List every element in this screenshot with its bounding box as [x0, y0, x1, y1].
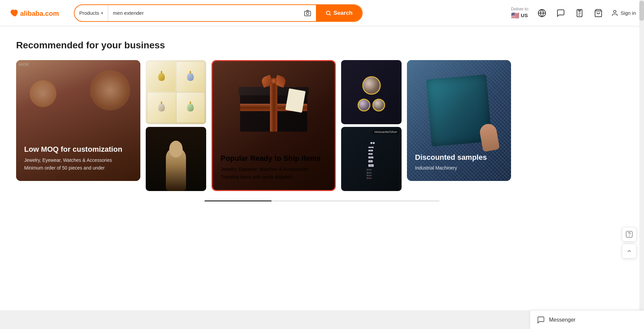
svg-point-7: [613, 10, 616, 12]
photo-circle-2: [358, 99, 370, 111]
card-discounted-content: Discounted samples Industrial Machinery: [415, 153, 503, 173]
page-scrollbar[interactable]: [639, 0, 644, 329]
photo-necklace-panel: HUOR: [341, 60, 402, 124]
svg-point-2: [307, 12, 309, 14]
photo-circle-1: [362, 76, 381, 95]
cards-row: Low MOQ for customization Jewelry, Eyewe…: [16, 60, 628, 191]
messenger-bar[interactable]: Messenger: [530, 310, 644, 329]
category-label: Products: [79, 10, 99, 16]
orders-button[interactable]: [573, 7, 586, 19]
card-popular-inner: Popular Ready to Ship items Jewelry, Eye…: [213, 61, 335, 190]
sign-in-button[interactable]: Sign in: [611, 9, 636, 17]
messenger-label: Messenger: [549, 317, 576, 323]
messenger-bar-icon: [537, 316, 545, 324]
scroll-line: [204, 200, 440, 201]
search-button[interactable]: Search: [316, 5, 362, 21]
search-category-dropdown[interactable]: Products ▾: [75, 5, 108, 21]
chain-beads-row: [368, 142, 375, 144]
deliver-to[interactable]: Deliver to: 🇺🇸 US: [511, 7, 529, 19]
card-popular-subtitle: Jewelry, Eyewear, Watches & Accessories: [221, 166, 327, 173]
svg-point-3: [326, 11, 330, 15]
search-input[interactable]: [108, 5, 299, 21]
moissanite-panel: Moissanite/Silver: [341, 127, 402, 191]
chain-row-1: [368, 142, 375, 144]
jewelry-item-1: [148, 62, 176, 92]
language-button[interactable]: [536, 7, 548, 19]
jewelry-grid-top: [146, 60, 206, 124]
country-selector[interactable]: 🇺🇸 US: [511, 11, 528, 19]
card-discounted[interactable]: Discounted samples Industrial Machinery: [407, 60, 511, 181]
header-actions: Deliver to: 🇺🇸 US: [511, 7, 636, 19]
necklace-group: [358, 73, 385, 111]
search-bar: Products ▾ Search: [74, 4, 363, 22]
help-button[interactable]: [622, 227, 637, 242]
scrollbar-thumb[interactable]: [639, 1, 644, 21]
alibaba-logo: alibaba.com: [8, 6, 62, 20]
card-popular-title: Popular Ready to Ship items: [221, 154, 327, 163]
messages-button[interactable]: [555, 7, 567, 19]
gift-visual: [237, 71, 311, 138]
scroll-indicator: [16, 200, 628, 201]
size-indicators: 2mm 3mm 4mm 5mm: [368, 169, 374, 180]
jewelry-item-2: [177, 62, 204, 92]
card-low-moq-desc: Minimum order of 50 pieces and under: [24, 165, 132, 172]
card-low-moq-subtitle: Jewelry, Eyewear, Watches & Accessories: [24, 157, 132, 164]
header: alibaba.com Products ▾ Search Del: [0, 0, 644, 26]
jewelry-item-4: [177, 93, 204, 122]
photo-circle-3: [372, 99, 385, 111]
sign-in-label: Sign in: [620, 10, 636, 16]
cart-button[interactable]: [592, 7, 604, 19]
deliver-to-label: Deliver to:: [511, 7, 529, 11]
moissanite-label: Moissanite/Silver: [373, 130, 399, 134]
country-code: US: [521, 12, 528, 18]
fabric-visual: [407, 67, 511, 154]
svg-text:alibaba.com: alibaba.com: [20, 10, 59, 17]
main-content: Recommended for your business Low MOQ fo…: [0, 27, 644, 215]
section-title: Recommended for your business: [16, 40, 628, 51]
card-photo-necklace[interactable]: HUOR: [341, 60, 402, 191]
card-discounted-title: Discounted samples: [415, 153, 503, 162]
category-chevron-icon: ▾: [101, 11, 103, 15]
card-low-moq-bg: Low MOQ for customization Jewelry, Eyewe…: [16, 60, 140, 181]
logo[interactable]: alibaba.com: [8, 6, 68, 20]
card-popular[interactable]: Popular Ready to Ship items Jewelry, Eye…: [212, 60, 336, 191]
chain-lengths: 2mm 3mm 4mm 5mm: [365, 147, 378, 180]
card-discounted-subtitle: Industrial Machinery: [415, 165, 503, 172]
jewelry-item-3: [148, 93, 176, 122]
svg-point-10: [629, 236, 630, 236]
scroll-up-button[interactable]: [622, 244, 637, 258]
gift-bow: [260, 71, 287, 91]
card-popular-content: Popular Ready to Ship items Jewelry, Eye…: [221, 154, 327, 182]
chain-display: 2mm 3mm 4mm 5mm: [362, 135, 380, 183]
small-circles: [358, 99, 385, 111]
camera-search-button[interactable]: [299, 9, 316, 17]
card-jewelry-grid[interactable]: [146, 60, 206, 191]
card-low-moq[interactable]: Low MOQ for customization Jewelry, Eyewe…: [16, 60, 140, 181]
photo-necklace-items: HUOR: [354, 69, 388, 115]
country-flag: 🇺🇸: [511, 11, 519, 19]
card-low-moq-content: Low MOQ for customization Jewelry, Eyewe…: [24, 145, 132, 173]
jewelry-grid-bottom: [146, 127, 206, 191]
card-low-moq-title: Low MOQ for customization: [24, 145, 132, 154]
search-button-label: Search: [333, 10, 353, 16]
card-popular-desc: Trending items with quick dispatch: [221, 174, 327, 181]
scroll-line-active: [204, 200, 272, 201]
